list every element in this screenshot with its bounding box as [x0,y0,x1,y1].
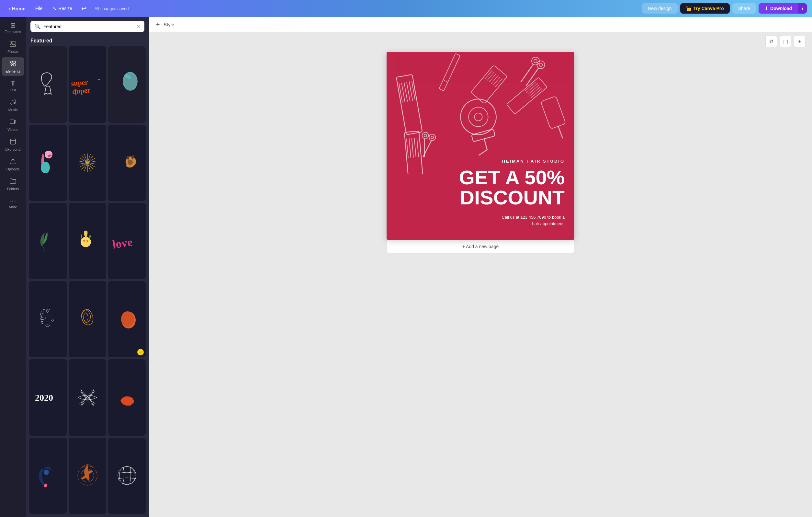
svg-line-75 [407,139,408,158]
download-dropdown-button[interactable]: ▾ [798,3,807,13]
list-item[interactable] [29,281,67,358]
list-item[interactable] [69,359,106,436]
list-item[interactable] [69,438,106,514]
try-pro-label: Try Canva Pro [694,6,724,11]
resize-label: Resize [58,6,72,11]
background-icon [9,138,17,146]
style-label: Style [164,22,174,27]
list-item[interactable] [29,203,67,279]
chevron-left-icon: ‹ [8,6,10,11]
search-input[interactable] [44,24,134,29]
svg-point-6 [14,102,15,104]
download-label: Download [770,6,792,11]
style-sparkle-icon: ✦ [155,21,160,28]
list-item[interactable] [29,46,67,123]
add-new-page-button[interactable]: + Add a new page [386,240,574,253]
list-item[interactable]: super duper ✦ ✦ [69,46,106,123]
list-item[interactable] [108,438,146,514]
search-clear-button[interactable]: ✕ [136,23,141,29]
svg-point-80 [422,132,429,139]
sidebar-item-folders[interactable]: Folders [2,175,24,193]
resize-button[interactable]: ⤡ Resize [49,4,76,13]
headline: GET A 50%DISCOUNT [459,167,564,208]
svg-line-78 [414,138,416,158]
svg-point-83 [428,133,436,141]
pro-badge: 👑 [137,349,144,355]
design-card[interactable]: HEIMAN HAIR STUDIO GET A 50%DISCOUNT Cal… [386,52,574,240]
svg-point-34 [121,311,134,327]
sidebar-item-videos[interactable]: Videos [2,116,24,134]
new-design-button[interactable]: New design [642,3,677,13]
card-text: HEIMAN HAIR STUDIO GET A 50%DISCOUNT Cal… [459,159,564,227]
sidebar-item-label: Templates [5,30,21,34]
list-item[interactable] [29,125,67,201]
elements-icon [9,60,17,68]
sidebar-item-more[interactable]: ··· More [2,195,24,212]
more-icon: ··· [9,197,17,204]
svg-line-79 [417,138,418,157]
svg-rect-86 [541,96,566,129]
svg-line-63 [487,72,494,81]
svg-line-42 [521,64,533,82]
svg-point-44 [539,62,543,67]
svg-line-54 [443,80,448,82]
svg-rect-61 [471,65,508,104]
duplicate-page-button[interactable]: ⧉ [765,36,777,47]
videos-icon [9,118,17,126]
list-item[interactable] [108,359,146,436]
list-item[interactable] [108,125,146,201]
sidebar-item-elements[interactable]: Elements [2,57,24,76]
sidebar-item-photos[interactable]: Photos [2,37,24,56]
add-page-button[interactable]: + [794,36,806,47]
svg-point-55 [457,95,500,139]
try-pro-button[interactable]: 👑 Try Canva Pro [680,3,730,13]
download-icon: ⬇ [764,6,768,11]
svg-line-72 [529,87,540,96]
sidebar-item-uploads[interactable]: Uploads [2,155,24,174]
list-item[interactable] [69,281,106,358]
svg-line-70 [526,83,538,93]
uploads-icon [9,158,17,166]
svg-point-16 [45,151,53,158]
design-card-wrap: HEIMAN HAIR STUDIO GET A 50%DISCOUNT Cal… [386,52,574,260]
svg-line-67 [495,78,502,87]
sidebar-item-text[interactable]: T Text [2,77,24,94]
svg-rect-7 [10,120,14,124]
elements-panel: 🔍 ✕ Featured super duper ✦ ✦ [26,17,149,517]
list-item[interactable] [69,203,106,279]
sidebar-item-background[interactable]: Bkground [2,135,24,154]
file-menu-button[interactable]: File [31,4,47,13]
svg-rect-58 [471,129,495,141]
sidebar-item-label: Videos [7,128,18,132]
list-item[interactable] [108,46,146,123]
sidebar-item-templates[interactable]: ⊞ Templates [2,20,24,36]
svg-text:2020: 2020 [35,392,53,403]
sidebar-item-music[interactable]: Music [2,96,24,114]
copy-button[interactable]: ⬚ [780,36,791,47]
list-item[interactable]: 👑 [108,281,146,358]
home-label: Home [12,6,26,11]
svg-line-65 [491,75,498,84]
svg-point-28 [81,237,91,247]
style-bar: ✦ Style [149,17,812,32]
sidebar-item-label: Folders [7,187,19,191]
svg-point-15 [41,162,50,173]
svg-point-36 [44,470,49,475]
list-item[interactable] [29,438,67,514]
download-button[interactable]: ⬇ Download [759,3,798,13]
undo-button[interactable]: ↩ [79,3,89,13]
list-item[interactable]: love [108,203,146,279]
sidebar-item-label: Photos [7,50,19,53]
music-icon [9,99,17,107]
sidebar-item-label: Text [10,88,16,92]
svg-point-57 [474,112,483,121]
list-item[interactable]: 2020 [29,359,67,436]
svg-line-66 [493,77,500,85]
top-navigation: ‹ Home File ⤡ Resize ↩ All changes saved… [0,0,812,17]
svg-point-39 [118,466,136,485]
list-item[interactable] [69,125,106,201]
share-button[interactable]: Share [732,3,756,13]
svg-line-59 [484,139,487,150]
svg-point-29 [83,240,85,242]
home-button[interactable]: ‹ Home [5,4,29,13]
